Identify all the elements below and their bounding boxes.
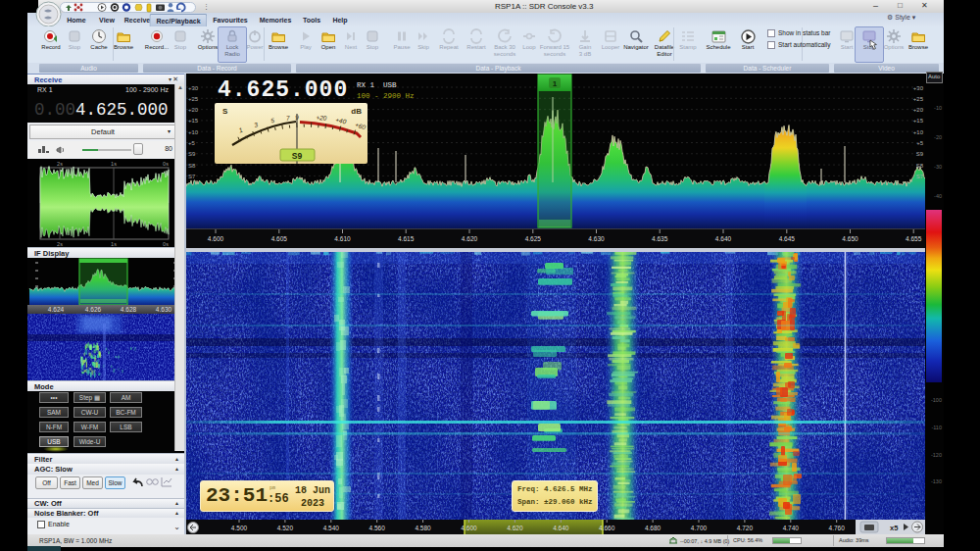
svg-text:S8: S8 [188,163,196,169]
svg-text:4.610: 4.610 [334,235,351,242]
svg-text:4.628: 4.628 [121,306,137,313]
svg-text:4.720: 4.720 [737,525,754,531]
svg-text:+20: +20 [188,107,199,113]
svg-text:+5: +5 [916,140,924,146]
svg-text:+15: +15 [913,118,924,124]
svg-text:+25: +25 [913,96,924,102]
svg-text:4.740: 4.740 [783,525,800,531]
svg-text:4.615: 4.615 [398,235,415,242]
svg-text:+5: +5 [188,140,196,146]
svg-text:4.630: 4.630 [588,235,605,242]
svg-text:S9: S9 [188,151,196,157]
svg-text:4.660: 4.660 [599,525,615,531]
svg-text:+25: +25 [188,96,199,102]
svg-text:4.540: 4.540 [323,525,340,531]
svg-text:4.680: 4.680 [645,525,662,531]
svg-text:+15: +15 [188,118,199,124]
svg-text:1s: 1s [111,161,117,167]
svg-text:S7: S7 [188,174,196,179]
svg-text:+30: +30 [188,85,199,91]
svg-text:4.630: 4.630 [156,306,172,313]
svg-text:S8: S8 [916,163,924,169]
svg-text:4.560: 4.560 [369,525,386,531]
svg-text:4.640: 4.640 [553,525,569,531]
svg-text:4.624: 4.624 [48,306,65,313]
svg-text:+20: +20 [316,114,327,122]
svg-text:4.650: 4.650 [842,235,858,242]
svg-text:0s: 0s [163,161,169,167]
svg-text:S7: S7 [916,174,924,179]
svg-text:4.626: 4.626 [85,306,102,313]
svg-text:+10: +10 [913,129,924,135]
svg-text:S9: S9 [916,151,924,157]
svg-text:+20: +20 [913,107,924,113]
svg-text:2s: 2s [57,161,63,167]
svg-text:1: 1 [553,79,558,88]
svg-text:4.645: 4.645 [779,235,796,242]
svg-text:x5: x5 [890,524,898,532]
svg-text:4.520: 4.520 [277,525,294,531]
svg-text:+30: +30 [913,85,924,91]
svg-text:4.625: 4.625 [525,235,542,242]
svg-text:4.655: 4.655 [906,235,922,242]
svg-text:4.605: 4.605 [271,235,288,242]
svg-text:S9: S9 [292,151,303,161]
svg-text:4.500: 4.500 [231,525,248,531]
svg-text:4.640: 4.640 [715,235,732,242]
svg-text:4.600: 4.600 [461,525,477,531]
svg-text:4.635: 4.635 [652,235,668,242]
svg-text:S: S [222,107,228,116]
svg-text:dB: dB [351,107,362,116]
svg-text:4.620: 4.620 [507,525,523,531]
svg-text:+10: +10 [188,129,199,135]
svg-text:4.760: 4.760 [829,525,846,531]
svg-text:4.700: 4.700 [691,525,708,531]
svg-text:4.620: 4.620 [462,235,478,242]
svg-text:4.580: 4.580 [415,525,431,531]
svg-text:4.600: 4.600 [208,235,224,242]
